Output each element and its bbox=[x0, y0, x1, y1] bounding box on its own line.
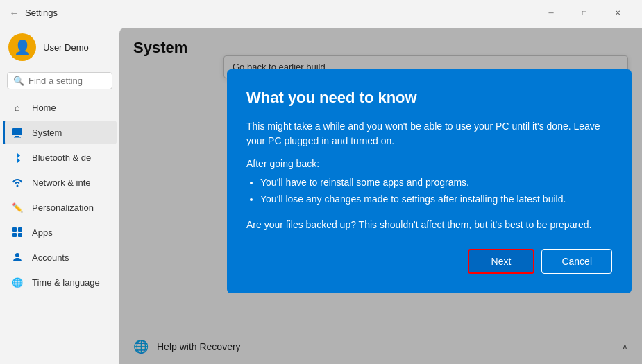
svg-rect-5 bbox=[18, 227, 22, 232]
minimize-button[interactable]: ─ bbox=[535, 1, 567, 24]
maximize-button[interactable]: □ bbox=[568, 1, 600, 24]
sidebar-label-system: System bbox=[32, 128, 62, 138]
sidebar-item-accounts[interactable]: Accounts bbox=[3, 245, 117, 269]
close-button[interactable]: ✕ bbox=[602, 1, 634, 24]
sidebar-label-network: Network & inte bbox=[32, 177, 91, 188]
cancel-button[interactable]: Cancel bbox=[541, 249, 612, 274]
modal-list: You'll have to reinstall some apps and p… bbox=[260, 175, 612, 208]
search-box[interactable]: 🔍 bbox=[7, 72, 112, 89]
app-container: 👤 User Demo 🔍 ⌂ Home System bbox=[0, 25, 642, 364]
modal-overlay: What you need to know This might take a … bbox=[119, 28, 642, 364]
app-title: Settings bbox=[25, 8, 58, 18]
sidebar-label-accounts: Accounts bbox=[32, 252, 69, 263]
sidebar: 👤 User Demo 🔍 ⌂ Home System bbox=[0, 25, 119, 364]
personalization-icon: ✏️ bbox=[11, 201, 24, 214]
sidebar-item-personalization[interactable]: ✏️ Personalization bbox=[3, 196, 117, 219]
modal-body: What you need to know This might take a … bbox=[227, 69, 632, 293]
bluetooth-icon bbox=[11, 151, 24, 164]
svg-rect-1 bbox=[15, 136, 19, 137]
sidebar-item-home[interactable]: ⌂ Home bbox=[3, 96, 117, 119]
main-content: System 🌐 Help with Recovery ∧ Go back to… bbox=[119, 28, 642, 364]
sidebar-label-time: Time & language bbox=[32, 277, 100, 288]
search-input[interactable] bbox=[28, 76, 106, 86]
time-icon: 🌐 bbox=[11, 276, 24, 288]
avatar: 👤 bbox=[8, 33, 36, 61]
modal-after-label: After going back: bbox=[246, 158, 612, 169]
accounts-icon bbox=[11, 251, 24, 263]
sidebar-label-home: Home bbox=[32, 103, 56, 113]
sidebar-item-time[interactable]: 🌐 Time & language bbox=[3, 270, 117, 294]
modal-heading: What you need to know bbox=[246, 89, 612, 107]
sidebar-item-apps[interactable]: Apps bbox=[3, 220, 117, 244]
user-profile[interactable]: 👤 User Demo bbox=[0, 25, 119, 69]
modal-warning: Are your files backed up? This shouldn't… bbox=[246, 218, 612, 232]
modal-paragraph1: This might take a while and you won't be… bbox=[246, 119, 612, 148]
sidebar-label-apps: Apps bbox=[32, 227, 53, 238]
svg-rect-2 bbox=[14, 137, 21, 138]
svg-rect-0 bbox=[12, 128, 22, 135]
sidebar-label-personalization: Personalization bbox=[32, 202, 94, 213]
home-icon: ⌂ bbox=[11, 101, 24, 114]
window-controls: ─ □ ✕ bbox=[535, 1, 634, 24]
system-icon bbox=[11, 126, 24, 139]
sidebar-item-bluetooth[interactable]: Bluetooth & de bbox=[3, 146, 117, 169]
sidebar-item-system[interactable]: System bbox=[3, 121, 117, 144]
svg-point-3 bbox=[17, 185, 19, 187]
sidebar-label-bluetooth: Bluetooth & de bbox=[32, 153, 91, 163]
sidebar-item-network[interactable]: Network & inte bbox=[3, 171, 117, 194]
apps-icon bbox=[11, 226, 24, 239]
svg-point-8 bbox=[15, 253, 19, 257]
back-button[interactable]: ← bbox=[8, 7, 19, 18]
search-icon: 🔍 bbox=[13, 76, 24, 86]
modal-bullet2: You'll lose any changes made to settings… bbox=[260, 191, 612, 208]
svg-rect-4 bbox=[12, 227, 17, 232]
svg-rect-6 bbox=[12, 233, 17, 237]
modal-bullet1: You'll have to reinstall some apps and p… bbox=[260, 175, 612, 191]
user-name: User Demo bbox=[43, 42, 89, 53]
svg-rect-7 bbox=[18, 233, 22, 237]
titlebar: ← Settings ─ □ ✕ bbox=[0, 0, 642, 25]
modal-dialog: What you need to know This might take a … bbox=[227, 69, 632, 293]
modal-footer: Next Cancel bbox=[246, 249, 612, 277]
next-button[interactable]: Next bbox=[468, 249, 535, 274]
network-icon bbox=[11, 176, 24, 189]
